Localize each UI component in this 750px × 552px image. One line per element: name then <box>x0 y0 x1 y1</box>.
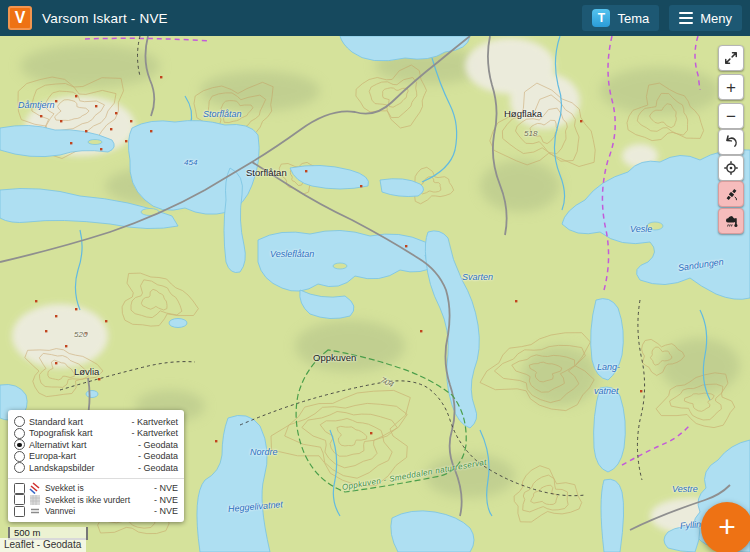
checkbox[interactable] <box>14 506 25 517</box>
weather-icon <box>723 213 740 230</box>
map-attribution: Leaflet - Geodata <box>0 538 86 552</box>
basemap-source: - Geodata <box>138 463 178 473</box>
checkbox[interactable] <box>14 494 25 505</box>
basemap-source: - Kartverket <box>131 428 178 438</box>
satellite-button[interactable] <box>718 181 744 207</box>
basemap-option-topografisk[interactable]: Topografisk kart - Kartverket <box>14 428 178 440</box>
basemap-source: - Geodata <box>138 440 178 450</box>
tema-button[interactable]: T Tema <box>582 5 659 31</box>
minus-icon: − <box>726 108 736 125</box>
radio-button[interactable] <box>14 439 25 450</box>
basemap-option-standard[interactable]: Standard kart - Kartverket <box>14 416 178 428</box>
tema-icon: T <box>592 9 610 27</box>
basemap-option-alternativt[interactable]: Alternativt kart - Geodata <box>14 439 178 451</box>
basemap-label: Landskapsbilder <box>29 463 95 473</box>
varsom-iskart-app: V Varsom Iskart - NVE T Tema Meny <box>0 0 750 552</box>
panel-divider <box>8 478 184 479</box>
layer-panel: Standard kart - Kartverket Topografisk k… <box>8 410 184 522</box>
waterway-icon <box>29 505 41 517</box>
radio-button[interactable] <box>14 462 25 473</box>
basemap-option-europa[interactable]: Europa-kart - Geodata <box>14 451 178 463</box>
overlay-option-svekket-is[interactable]: Svekket is - NVE <box>14 483 178 495</box>
overlay-option-ikke-vurdert[interactable]: Svekket is ikke vurdert - NVE <box>14 494 178 506</box>
plus-icon: + <box>726 79 736 96</box>
basemap-option-landskapsbilder[interactable]: Landskapsbilder - Geodata <box>14 462 178 474</box>
tema-button-label: Tema <box>617 11 649 26</box>
map-canvas[interactable]: DåmtjernStorflåtan454StorflåtanHøgflaka5… <box>0 36 750 552</box>
plus-icon: + <box>718 512 736 542</box>
varsom-logo[interactable]: V <box>8 6 32 30</box>
zoom-out-button[interactable]: − <box>718 103 744 129</box>
basemap-source: - Geodata <box>138 451 178 461</box>
radio-button[interactable] <box>14 428 25 439</box>
radio-button[interactable] <box>14 451 25 462</box>
overlay-source: - NVE <box>154 495 178 505</box>
page-title: Varsom Iskart - NVE <box>42 11 168 26</box>
locate-button[interactable] <box>718 155 744 181</box>
undo-arrow-icon <box>722 133 740 151</box>
basemap-label: Europa-kart <box>29 451 76 461</box>
overlay-label: Svekket is <box>45 483 84 493</box>
overlay-option-vannvei[interactable]: Vannvei - NVE <box>14 506 178 518</box>
menu-icon <box>679 12 693 24</box>
undo-button[interactable] <box>718 129 744 155</box>
zoom-in-button[interactable]: + <box>718 74 744 100</box>
overlay-source: - NVE <box>154 506 178 516</box>
locate-target-icon <box>722 159 740 177</box>
basemap-source: - Kartverket <box>131 417 178 427</box>
basemap-label: Standard kart <box>29 417 83 427</box>
overlay-label: Vannvei <box>45 506 75 516</box>
overlay-source: - NVE <box>154 483 178 493</box>
ice-not-assessed-icon <box>29 494 41 506</box>
checkbox[interactable] <box>14 483 25 494</box>
app-header: V Varsom Iskart - NVE T Tema Meny <box>0 0 750 36</box>
basemap-label: Topografisk kart <box>29 428 93 438</box>
overlay-label: Svekket is ikke vurdert <box>45 495 130 505</box>
fullscreen-icon <box>722 49 740 67</box>
weakened-ice-icon <box>29 482 41 494</box>
satellite-icon <box>723 186 740 203</box>
meny-button[interactable]: Meny <box>669 5 742 31</box>
logo-letter: V <box>15 9 26 27</box>
basemap-label: Alternativt kart <box>29 440 87 450</box>
meny-button-label: Meny <box>700 11 732 26</box>
add-observation-button[interactable]: + <box>701 502 750 552</box>
fullscreen-button[interactable] <box>718 45 744 71</box>
radio-button[interactable] <box>14 416 25 427</box>
weather-button[interactable] <box>718 208 744 234</box>
